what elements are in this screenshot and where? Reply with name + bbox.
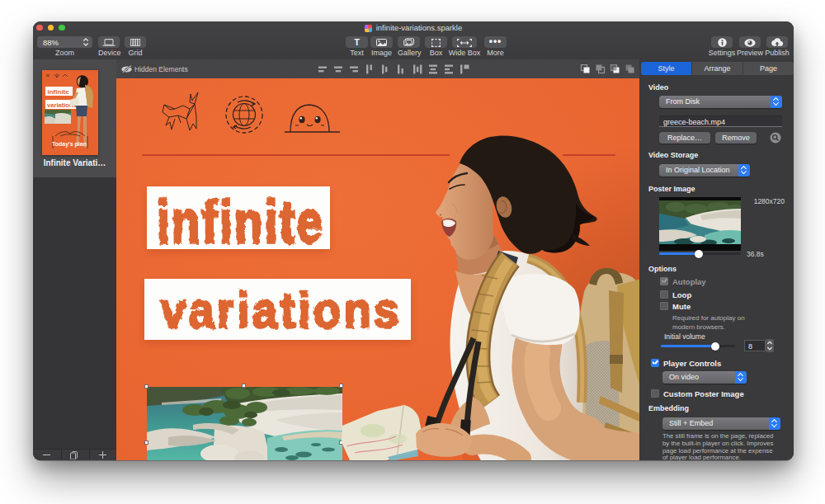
svg-text:infinite: infinite	[48, 88, 70, 96]
svg-text:infinite: infinite	[157, 188, 325, 249]
svg-text:Today's plan: Today's plan	[52, 141, 87, 148]
